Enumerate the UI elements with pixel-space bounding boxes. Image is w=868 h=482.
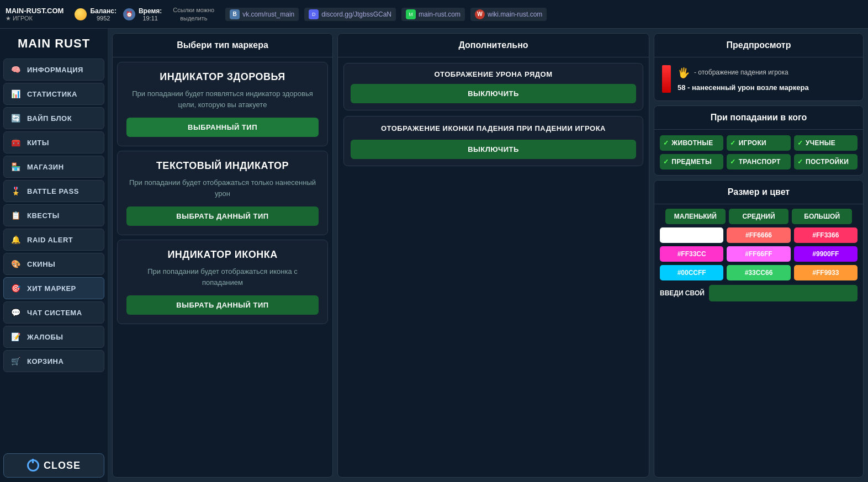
sidebar-item-raidalert[interactable]: 🔔 RAID ALERT [3,229,104,251]
main-layout: MAIN RUST 🧠 ИНФОРМАЦИЯ 📊 СТАТИСТИКА 🔄 ВА… [0,29,868,482]
kits-icon: 🧰 [9,136,23,149]
marker-icon-title: ИНДИКАТОР ИКОНКА [126,249,319,261]
color-grid: #FF6666 #FF3366 #FF33CC #FF66FF #9900FF … [654,227,863,285]
marker-health-desc: При попадании будет появляться индикатор… [126,88,319,110]
sidebar-item-stats[interactable]: 📊 СТАТИСТИКА [3,83,104,105]
hitmarker-icon: 🎯 [9,282,23,295]
select-text-button[interactable]: ВЫБРАТЬ ДАННЫЙ ТИП [126,206,319,226]
panel-additional-content: ОТОБРАЖЕНИЕ УРОНА РЯДОМ ВЫКЛЮЧИТЬ ОТОБРА… [338,57,649,172]
preview-header: Предпросмотр [654,34,863,57]
color-ff9933[interactable]: #FF9933 [794,265,858,280]
marker-card-health: ИНДИКАТОР ЗДОРОВЬЯ При попадании будет п… [117,62,328,146]
sidebar-item-chat[interactable]: 💬 ЧАТ СИСТЕМА [3,301,104,324]
marker-card-text: ТЕКСТОВЫЙ ИНДИКАТОР При попадании будет … [117,151,328,235]
sidebar-item-wipe[interactable]: 🔄 ВАЙП БЛОК [3,107,104,129]
social-mainrust[interactable]: M main-rust.com [401,8,465,21]
sidebar-label-skins: СКИНЫ [27,260,55,268]
custom-color-input[interactable] [709,285,858,301]
marker-text-title: ТЕКСТОВЫЙ ИНДИКАТОР [126,160,319,172]
sidebar-label-shop: МАГАЗИН [27,163,64,171]
section-damage: ОТОБРАЖЕНИЕ УРОНА РЯДОМ ВЫКЛЮЧИТЬ [343,63,643,110]
toggle-damage-button[interactable]: ВЫКЛЮЧИТЬ [351,84,636,103]
check-transport: ✓ [730,158,735,166]
sidebar-item-skins[interactable]: 🎨 СКИНЫ [3,253,104,275]
skins-icon: 🎨 [9,257,23,271]
content-area: Выбери тип маркера ИНДИКАТОР ЗДОРОВЬЯ Пр… [108,29,868,482]
balance-value: 9952 [97,15,110,22]
coin-icon [75,8,87,20]
size-grid-wrapper: МАЛЕНЬКИЙ СРЕДНИЙ БОЛЬШОЙ [654,204,863,227]
discord-link: discord.gg/JtgbssGCaN [321,10,391,18]
custom-color-row: ВВЕДИ СВОЙ [654,285,863,307]
size-large[interactable]: БОЛЬШОЙ [792,209,852,224]
who-scientists[interactable]: ✓ УЧЕНЫЕ [794,135,858,151]
panel-right: Предпросмотр 🖐️ - отображение падения иг… [654,33,864,478]
who-grid: ✓ ЖИВОТНЫЕ ✓ ИГРОКИ ✓ УЧЕНЫЕ ✓ ПРЕДМЕТЫ [654,130,863,175]
social-discord[interactable]: D discord.gg/JtgbssGCaN [304,8,396,21]
color-ff3366[interactable]: #FF3366 [794,227,858,243]
select-icon-button[interactable]: ВЫБРАТЬ ДАННЫЙ ТИП [126,295,319,315]
player-label: ★ ИГРОК [6,15,63,22]
vk-link: vk.com/rust_main [242,10,294,18]
size-color-header: Размер и цвет [654,181,863,204]
sidebar-item-battlepass[interactable]: 🎖️ BATTLE PASS [3,180,104,202]
time-label: Время: [139,7,162,15]
sidebar-item-hitmarker[interactable]: 🎯 ХИТ МАРКЕР [3,277,104,299]
marker-health-title: ИНДИКАТОР ЗДОРОВЬЯ [126,71,319,83]
check-buildings: ✓ [797,158,803,166]
panel-who: При попадании в кого ✓ ЖИВОТНЫЕ ✓ ИГРОКИ… [654,105,864,176]
social-wiki[interactable]: W wiki.main-rust.com [470,8,547,21]
balance-label: Баланс: [90,7,117,15]
color-ff33cc[interactable]: #FF33CC [660,246,723,262]
who-buildings[interactable]: ✓ ПОСТРОЙКИ [794,154,858,170]
preview-damage-text: 58 - нанесенный урон возле маркера [678,83,809,92]
sidebar-item-cart[interactable]: 🛒 КОРЗИНА [3,350,104,372]
preview-hand-text: - отображение падения игрока [694,67,788,78]
sidebar-label-battlepass: BATTLE PASS [27,187,79,195]
toggle-fall-button[interactable]: ВЫКЛЮЧИТЬ [351,140,636,159]
who-objects[interactable]: ✓ ПРЕДМЕТЫ [660,154,723,170]
wiki-link: wiki.main-rust.com [488,10,542,18]
who-transport-label: ТРАНСПОРТ [739,158,781,166]
preview-marker-bar [662,65,671,93]
who-transport[interactable]: ✓ ТРАНСПОРТ [727,154,790,170]
sidebar-item-complaints[interactable]: 📝 ЖАЛОБЫ [3,326,104,348]
select-health-button[interactable]: ВЫБРАННЫЙ ТИП [126,118,319,137]
color-9900ff[interactable]: #9900FF [794,246,858,262]
sidebar-item-quests[interactable]: 📋 КВЕСТЫ [3,204,104,226]
sidebar-label-wipe: ВАЙП БЛОК [27,114,72,123]
quests-icon: 📋 [9,209,23,222]
sidebar-label-stats: СТАТИСТИКА [27,90,77,98]
sidebar-item-kits[interactable]: 🧰 КИТЫ [3,131,104,153]
time-info: ⏰ Время: 19:11 [123,7,162,22]
site-info: MAIN-RUST.COM ★ ИГРОК [6,7,63,22]
color-33cc66[interactable]: #33CC66 [727,265,790,280]
social-vk[interactable]: В vk.com/rust_main [225,8,299,21]
check-objects: ✓ [663,158,669,166]
time-value: 19:11 [142,15,158,22]
size-medium[interactable]: СРЕДНИЙ [729,209,789,224]
sidebar-item-info[interactable]: 🧠 ИНФОРМАЦИЯ [3,59,104,81]
who-animals[interactable]: ✓ ЖИВОТНЫЕ [660,135,723,151]
color-ff66ff[interactable]: #FF66FF [727,246,790,262]
sidebar-item-shop[interactable]: 🏪 МАГАЗИН [3,156,104,178]
close-button[interactable]: CLOSE [3,453,104,478]
who-players[interactable]: ✓ ИГРОКИ [727,135,790,151]
sidebar-label-cart: КОРЗИНА [27,357,63,366]
color-ff6666[interactable]: #FF6666 [727,227,790,243]
marker-card-icon: ИНДИКАТОР ИКОНКА При попадании будет ото… [117,240,328,324]
site-name: MAIN-RUST.COM [6,7,63,15]
check-animals: ✓ [663,139,669,147]
raidalert-icon: 🔔 [9,233,23,246]
size-small[interactable]: МАЛЕНЬКИЙ [665,209,726,224]
complaints-icon: 📝 [9,330,23,343]
who-players-label: ИГРОКИ [739,139,766,147]
hand-icon: 🖐️ [678,67,690,79]
color-00ccff[interactable]: #00CCFF [660,265,723,280]
cart-icon: 🛒 [9,354,23,368]
color-white[interactable] [660,227,723,243]
check-scientists: ✓ [797,139,803,147]
wiki-icon: W [475,9,485,19]
discord-icon: D [309,9,319,19]
chat-icon: 💬 [9,306,23,319]
